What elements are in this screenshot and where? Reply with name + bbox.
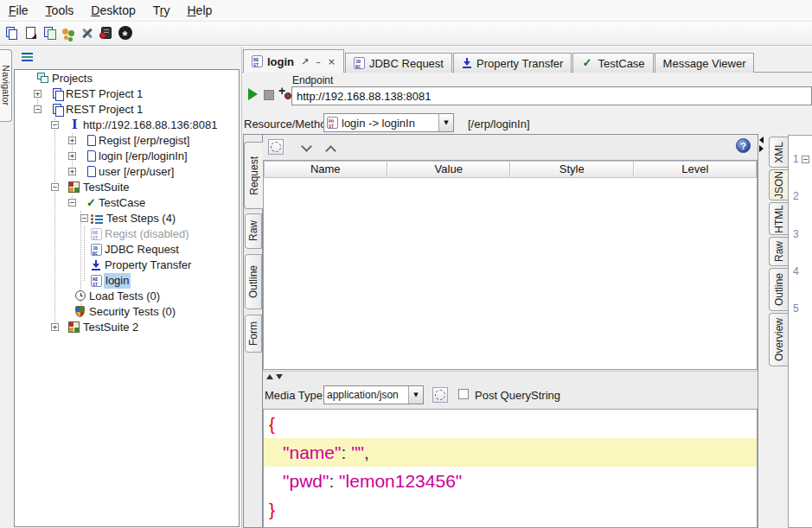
fold-toggle-icon[interactable]: − <box>802 156 809 163</box>
proxy-icon <box>101 27 112 39</box>
tools-button[interactable] <box>78 23 96 42</box>
menu-help[interactable]: Help <box>178 0 221 21</box>
response-tab-json[interactable]: JSON <box>769 169 788 200</box>
response-tab-xml[interactable]: XML <box>769 137 788 168</box>
editor-tab-bar: login↗–×JDBC RequestProperty TransferTes… <box>243 49 755 73</box>
menu-desktop[interactable]: Desktop <box>82 0 144 21</box>
tree-item-load-tests-0[interactable]: Load Tests (0) <box>15 289 239 304</box>
help-icon[interactable]: ? <box>736 138 751 153</box>
response-tab-label: Overview <box>773 318 785 361</box>
recreate-body-button[interactable] <box>432 387 448 403</box>
splitter-up-icon[interactable] <box>266 374 273 379</box>
expand-toggle[interactable]: + <box>34 90 42 98</box>
copy-project-button[interactable] <box>40 23 58 42</box>
chevron-down-icon[interactable]: ▼ <box>438 114 453 131</box>
response-tab-raw[interactable]: Raw <box>769 237 788 266</box>
resource-method-select[interactable]: login -> loginIn ▼ <box>323 113 454 132</box>
shield-icon <box>75 306 85 317</box>
new-project-button[interactable] <box>2 23 20 42</box>
tree-item-jdbc-request[interactable]: JDBC Request <box>15 242 239 258</box>
collapse-toggle[interactable]: − <box>51 183 59 191</box>
column-header-level[interactable]: Level <box>634 161 758 178</box>
interface-icon <box>68 119 80 131</box>
tab-message-viewer[interactable]: Message Viewer <box>655 53 755 73</box>
tree-item-testsuite-2[interactable]: +TestSuite 2 <box>15 320 239 335</box>
column-header-style[interactable]: Style <box>510 161 634 178</box>
view-tab-raw[interactable]: Raw <box>245 213 262 249</box>
users-icon <box>62 27 74 39</box>
navigator-tab-label: Navigator <box>1 65 11 105</box>
proxy-button[interactable] <box>97 23 115 42</box>
steps-icon <box>91 213 104 224</box>
run-request-button[interactable] <box>248 88 258 100</box>
tab-login[interactable]: login↗–× <box>243 49 344 73</box>
expand-toggle[interactable]: + <box>68 168 76 175</box>
endpoint-input[interactable] <box>291 86 812 105</box>
column-header-name[interactable]: Name <box>264 161 387 178</box>
media-type-select[interactable]: application/json ▼ <box>323 385 424 404</box>
menu-try[interactable]: Try <box>144 0 179 21</box>
tree-item-projects[interactable]: Projects <box>15 71 239 86</box>
stop-request-button[interactable] <box>264 90 274 100</box>
expand-right-icon[interactable] <box>759 145 764 152</box>
tab-label: TestCase <box>598 57 644 70</box>
menu-tools[interactable]: Tools <box>37 0 83 21</box>
tree-item-label: REST Project 1 <box>66 102 143 118</box>
media-type-value: application/json <box>327 389 408 401</box>
tree-item-http-192-168-88-136-8081[interactable]: −http://192.168.88.136:8081 <box>15 118 239 133</box>
response-tab-html[interactable]: HTML <box>769 202 788 235</box>
chevron-down-icon[interactable]: ▼ <box>408 386 423 404</box>
response-tab-outline[interactable]: Outline <box>769 268 788 311</box>
splitter-down-icon[interactable] <box>276 374 283 379</box>
request-body-editor[interactable]: {"name": "","pwd": "lemon123456"} <box>263 409 758 528</box>
collapse-toggle[interactable]: − <box>80 214 88 222</box>
menu-file[interactable]: File <box>0 0 37 21</box>
column-header-value[interactable]: Value <box>387 161 511 178</box>
response-tab-overview[interactable]: Overview <box>769 313 788 366</box>
tree-item-testsuite[interactable]: −TestSuite <box>15 180 239 195</box>
tree-item-login-erp-loginin[interactable]: +login [/erp/loginIn] <box>15 149 239 164</box>
tree-item-testcase[interactable]: −TestCase <box>15 195 239 211</box>
pane-splitter[interactable] <box>758 136 765 155</box>
tree-item-rest-project-1[interactable]: −REST Project 1 <box>15 102 239 118</box>
tree-item-test-steps-4[interactable]: −Test Steps (4) <box>15 211 239 226</box>
tree-item-login[interactable]: login <box>15 273 239 289</box>
post-querystring-checkbox[interactable] <box>458 389 469 399</box>
tree-item-security-tests-0[interactable]: Security Tests (0) <box>15 304 239 320</box>
tree-item-regist-disabled[interactable]: Regist (disabled) <box>15 226 239 242</box>
import-project-button[interactable] <box>21 23 39 42</box>
expand-toggle[interactable]: + <box>68 152 76 160</box>
testcase-icon <box>86 197 98 209</box>
tree-options-icon[interactable] <box>22 52 33 61</box>
parameters-table-header: NameValueStyleLevel <box>264 161 757 178</box>
tree-item-rest-project-1[interactable]: +REST Project 1 <box>15 86 239 102</box>
tab-property-transfer[interactable]: Property Transfer <box>453 53 572 73</box>
tab-jdbc-request[interactable]: JDBC Request <box>345 53 452 73</box>
restore-icon[interactable]: ↗ <box>301 57 309 67</box>
collapse-left-icon[interactable] <box>759 137 764 143</box>
minimize-icon[interactable]: – <box>316 57 321 67</box>
navigator-tab[interactable]: Navigator <box>0 49 12 122</box>
view-tab-outline[interactable]: Outline <box>245 254 262 309</box>
users-button[interactable] <box>59 23 77 42</box>
tab-label: JDBC Request <box>369 57 444 70</box>
tree-item-user-erp-user[interactable]: +user [/erp/user] <box>15 164 239 180</box>
tree-item-label: TestCase <box>99 195 145 211</box>
view-tab-request[interactable]: Request <box>244 142 263 209</box>
main-toolbar <box>0 22 812 44</box>
tree-item-regist-erp-regist[interactable]: +Regist [/erp/regist] <box>15 133 239 149</box>
tab-testcase[interactable]: TestCase <box>572 53 653 73</box>
recreate-request-button[interactable] <box>268 139 284 155</box>
collapse-toggle[interactable]: − <box>51 121 59 129</box>
expand-toggle[interactable]: + <box>51 323 59 331</box>
expand-toggle[interactable]: + <box>68 137 76 144</box>
view-tab-form[interactable]: Form <box>245 315 262 353</box>
add-endpoint-button[interactable] <box>278 85 292 100</box>
tree-item-property-transfer[interactable]: Property Transfer <box>15 258 239 273</box>
response-tab-label: Outline <box>773 273 785 306</box>
close-icon[interactable]: × <box>328 57 336 67</box>
plugin-button[interactable] <box>116 23 134 42</box>
tree-item-label: Security Tests (0) <box>89 304 176 320</box>
collapse-toggle[interactable]: − <box>34 105 42 113</box>
collapse-toggle[interactable]: − <box>68 199 76 207</box>
